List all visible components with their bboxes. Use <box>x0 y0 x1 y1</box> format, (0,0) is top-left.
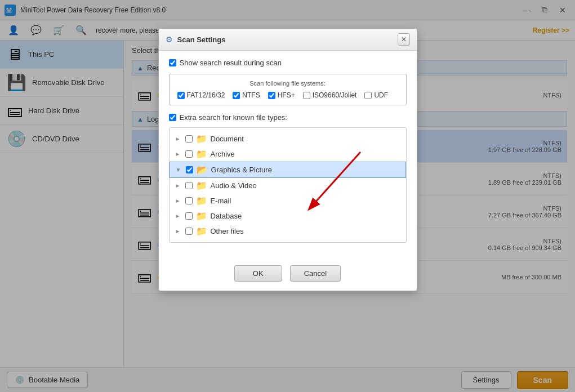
filetypes-list: ► 📁 Document ► 📁 Archive ▼ 📂 <box>169 127 407 243</box>
archive-label: Archive <box>211 150 235 158</box>
document-folder-icon: 📁 <box>196 133 207 144</box>
fs-hfs: HFS+ <box>268 91 295 99</box>
dialog-body: Show search result during scan Scan foll… <box>159 51 417 259</box>
extra-search-checkbox[interactable] <box>169 114 176 121</box>
fs-fat-label: FAT12/16/32 <box>187 91 225 99</box>
email-checkbox[interactable] <box>185 197 193 204</box>
fs-hfs-checkbox[interactable] <box>268 92 275 99</box>
filetype-item-document[interactable]: ► 📁 Document <box>170 131 406 146</box>
email-label: E-mail <box>211 197 231 205</box>
fs-hfs-label: HFS+ <box>278 91 295 99</box>
dialog-titlebar: ⚙ Scan Settings ✕ <box>159 29 417 51</box>
archive-checkbox[interactable] <box>185 150 193 158</box>
filesystem-title: Scan following file systems: <box>177 80 398 87</box>
graphics-checkbox[interactable] <box>186 166 193 173</box>
filetype-item-email[interactable]: ► 📁 E-mail <box>170 193 406 208</box>
fs-ntfs-label: NTFS <box>242 91 260 99</box>
scan-settings-dialog: ⚙ Scan Settings ✕ Show search result dur… <box>158 28 417 291</box>
show-search-row: Show search result during scan <box>169 59 407 67</box>
dialog-title-icon: ⚙ <box>166 35 173 44</box>
document-expand-icon: ► <box>175 136 182 142</box>
database-expand-icon: ► <box>175 213 182 219</box>
email-expand-icon: ► <box>175 198 182 204</box>
audio-folder-icon: 📁 <box>196 180 207 191</box>
fs-udf: UDF <box>364 91 388 99</box>
show-search-label: Show search result during scan <box>180 59 282 67</box>
filetype-item-audio-video[interactable]: ► 📁 Audio & Video <box>170 178 406 193</box>
dialog-cancel-button[interactable]: Cancel <box>290 265 341 282</box>
fs-iso: ISO9660/Joliet <box>303 91 357 99</box>
email-folder-icon: 📁 <box>196 195 207 206</box>
other-label: Other files <box>211 227 244 235</box>
fs-fat: FAT12/16/32 <box>177 91 225 99</box>
dialog-ok-button[interactable]: OK <box>234 265 282 282</box>
database-folder-icon: 📁 <box>196 211 207 221</box>
filetype-item-other[interactable]: ► 📁 Other files <box>170 224 406 239</box>
fs-iso-checkbox[interactable] <box>303 92 310 99</box>
fs-udf-label: UDF <box>374 91 388 99</box>
filetype-item-graphics[interactable]: ▼ 📂 Graphics & Picture <box>170 162 406 178</box>
archive-folder-icon: 📁 <box>196 149 207 159</box>
audio-label: Audio & Video <box>211 181 257 190</box>
fs-ntfs-checkbox[interactable] <box>233 92 240 99</box>
dialog-close-button[interactable]: ✕ <box>398 33 410 46</box>
database-label: Database <box>211 212 242 220</box>
other-checkbox[interactable] <box>185 228 193 235</box>
show-search-checkbox[interactable] <box>169 59 176 66</box>
document-label: Document <box>211 135 244 143</box>
dialog-title-text: Scan Settings <box>177 35 393 44</box>
archive-expand-icon: ► <box>175 151 182 157</box>
filesystem-group: Scan following file systems: FAT12/16/32… <box>169 74 407 105</box>
other-expand-icon: ► <box>175 228 182 234</box>
other-folder-icon: 📁 <box>196 226 207 237</box>
modal-overlay: ⚙ Scan Settings ✕ Show search result dur… <box>0 0 575 392</box>
graphics-folder-icon: 📂 <box>197 164 208 175</box>
audio-expand-icon: ► <box>175 182 182 189</box>
document-checkbox[interactable] <box>185 135 193 142</box>
fs-fat-checkbox[interactable] <box>177 92 185 99</box>
filetype-item-database[interactable]: ► 📁 Database <box>170 208 406 224</box>
database-checkbox[interactable] <box>185 212 193 220</box>
fs-iso-label: ISO9660/Joliet <box>313 91 357 99</box>
extra-search-label: Extra search for known file types: <box>180 113 287 122</box>
graphics-expand-icon: ▼ <box>176 167 182 173</box>
extra-search-row: Extra search for known file types: <box>169 113 407 122</box>
fs-ntfs: NTFS <box>233 91 260 99</box>
graphics-label: Graphics & Picture <box>211 166 272 174</box>
dialog-footer: OK Cancel <box>159 259 417 291</box>
filetype-item-archive[interactable]: ► 📁 Archive <box>170 146 406 162</box>
filesystem-options: FAT12/16/32 NTFS HFS+ ISO9660/Joliet <box>177 91 398 99</box>
fs-udf-checkbox[interactable] <box>364 92 372 99</box>
audio-checkbox[interactable] <box>185 182 193 189</box>
